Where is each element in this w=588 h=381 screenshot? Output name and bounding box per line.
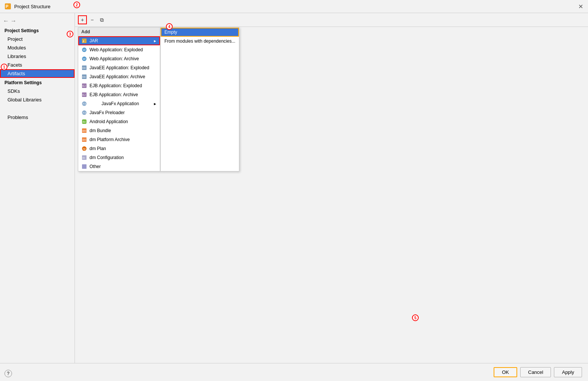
empty-label: Empty: [164, 30, 177, 35]
window-title: Project Structure: [14, 4, 575, 9]
javaee-archive-icon: EE: [81, 74, 87, 80]
close-button[interactable]: ✕: [578, 3, 584, 9]
annotation-badge-1: 1: [1, 64, 7, 70]
submenu-item-from-modules[interactable]: From modules with dependencies...: [161, 37, 239, 46]
dropdown-item-javafx-preloader[interactable]: FX JavaFx Preloader: [78, 108, 160, 117]
svg-text:EJ: EJ: [82, 94, 85, 96]
dm-bundle-label: dm Bundle: [90, 128, 111, 133]
main-content: + − ⧉ Add J JAR ►: [75, 13, 588, 363]
ejb-archive-icon: EJ: [81, 92, 87, 98]
dm-config-label: dm Configuration: [90, 155, 124, 160]
dm-plan-icon: dp: [81, 146, 87, 152]
svg-text:dc: dc: [82, 156, 85, 159]
ejb-archive-label: EJB Application: Archive: [90, 92, 138, 97]
title-bar: P Project Structure ✕: [0, 0, 588, 13]
apply-button[interactable]: Apply: [554, 367, 582, 377]
dropdown-item-dm-platform[interactable]: dm dm Platform Archive: [78, 135, 160, 144]
svg-text:dm: dm: [82, 138, 86, 141]
app-icon: P: [4, 3, 11, 10]
android-icon: An: [81, 119, 87, 125]
ok-button[interactable]: OK: [494, 367, 517, 377]
project-structure-dialog: 1 2 3 4 5 P Project Structure ✕ ← → Proj…: [0, 0, 588, 381]
jar-icon: J: [81, 38, 87, 44]
dm-platform-label: dm Platform Archive: [90, 137, 130, 142]
dm-platform-icon: dm: [81, 137, 87, 143]
annotation-badge-4: 4: [166, 23, 173, 30]
dropdown-container: Add J JAR ► W Web Application: Exploded: [78, 27, 239, 171]
dropdown-item-dm-config[interactable]: dc dm Configuration: [78, 153, 160, 162]
copy-button[interactable]: ⧉: [97, 15, 106, 24]
dm-config-icon: dc: [81, 155, 87, 161]
web-archive-icon: W: [81, 56, 87, 62]
svg-text:J: J: [82, 40, 84, 43]
javafx-chevron: ►: [153, 102, 157, 106]
dropdown-item-ejb-exploded[interactable]: EJ EJB Application: Exploded: [78, 81, 160, 90]
sidebar-item-project[interactable]: Project: [0, 35, 75, 43]
sidebar-item-problems[interactable]: Problems: [0, 113, 75, 122]
copy-icon: ⧉: [100, 17, 104, 23]
dropdown-item-jar[interactable]: J JAR ►: [78, 36, 160, 45]
dropdown-item-web-exploded[interactable]: W Web Application: Exploded: [78, 45, 160, 54]
submenu-item-empty[interactable]: Empty: [161, 28, 239, 37]
dm-bundle-icon: dm: [81, 128, 87, 134]
javafx-label: JavaFx Application: [101, 101, 139, 106]
dropdown-item-javaee-exploded[interactable]: EE JavaEE Application: Exploded: [78, 63, 160, 72]
sidebar-item-modules[interactable]: Modules: [0, 43, 75, 52]
dropdown-item-other[interactable]: Other: [78, 162, 160, 171]
annotation-badge-5: 5: [412, 314, 419, 321]
svg-text:EE: EE: [82, 67, 86, 69]
other-icon: [81, 164, 87, 170]
javafx-preloader-icon: FX: [81, 110, 87, 116]
svg-text:W: W: [83, 48, 86, 52]
javafx-icon: FX: [81, 101, 87, 107]
dropdown-header: Add: [78, 28, 160, 36]
annotation-badge-2: 2: [73, 1, 80, 8]
svg-text:An: An: [82, 121, 86, 123]
dropdown-item-javaee-archive[interactable]: EE JavaEE Application: Archive: [78, 72, 160, 81]
dropdown-item-dm-bundle[interactable]: dm dm Bundle: [78, 126, 160, 135]
dm-plan-label: dm Plan: [90, 146, 106, 151]
jar-submenu: Empty From modules with dependencies...: [160, 27, 239, 171]
dropdown-item-web-archive[interactable]: W Web Application: Archive: [78, 54, 160, 63]
forward-arrow[interactable]: →: [10, 18, 16, 24]
sidebar-item-libraries[interactable]: Libraries: [0, 52, 75, 61]
cancel-button[interactable]: Cancel: [520, 367, 551, 377]
back-arrow[interactable]: ←: [3, 18, 9, 24]
add-dropdown-menu: Add J JAR ► W Web Application: Exploded: [78, 27, 160, 171]
project-settings-title: Project Settings: [0, 26, 75, 35]
nav-arrows: ← →: [0, 16, 75, 26]
svg-text:EJ: EJ: [82, 85, 85, 87]
other-label: Other: [90, 164, 101, 169]
web-exploded-icon: W: [81, 47, 87, 53]
remove-button[interactable]: −: [88, 15, 97, 24]
jar-chevron: ►: [153, 39, 157, 43]
sidebar-item-artifacts[interactable]: Artifacts: [0, 69, 75, 78]
android-label: Android Application: [90, 119, 128, 124]
sidebar-item-global-libraries[interactable]: Global Libraries: [0, 95, 75, 104]
javaee-exploded-icon: EE: [81, 65, 87, 71]
plus-icon: +: [81, 17, 84, 23]
javaee-archive-label: JavaEE Application: Archive: [90, 74, 145, 79]
javafx-preloader-label: JavaFx Preloader: [90, 110, 125, 115]
dropdown-item-ejb-archive[interactable]: EJ EJB Application: Archive: [78, 90, 160, 99]
dialog-footer: OK Cancel Apply: [0, 363, 588, 381]
add-button[interactable]: +: [78, 15, 87, 24]
dialog-body: ← → Project Settings Project Modules Lib…: [0, 13, 588, 363]
dropdown-item-dm-plan[interactable]: dp dm Plan: [78, 144, 160, 153]
svg-text:FX: FX: [83, 112, 86, 114]
dropdown-item-android[interactable]: An Android Application: [78, 117, 160, 126]
sidebar-item-sdks[interactable]: SDKs: [0, 87, 75, 95]
svg-text:P: P: [6, 4, 8, 9]
ejb-exploded-icon: EJ: [81, 83, 87, 89]
svg-text:dm: dm: [82, 129, 86, 132]
dropdown-item-javafx[interactable]: FX JavaFx Application ►: [78, 99, 160, 108]
from-modules-label: From modules with dependencies...: [164, 39, 235, 44]
svg-rect-30: [82, 164, 87, 169]
web-archive-label: Web Application: Archive: [90, 56, 139, 61]
ejb-exploded-label: EJB Application: Exploded: [90, 83, 142, 88]
svg-text:W: W: [83, 57, 86, 61]
sidebar-item-facets[interactable]: Facets: [0, 61, 75, 69]
jar-label: JAR: [90, 38, 98, 43]
toolbar: + − ⧉: [75, 13, 588, 27]
svg-text:dp: dp: [83, 147, 86, 150]
